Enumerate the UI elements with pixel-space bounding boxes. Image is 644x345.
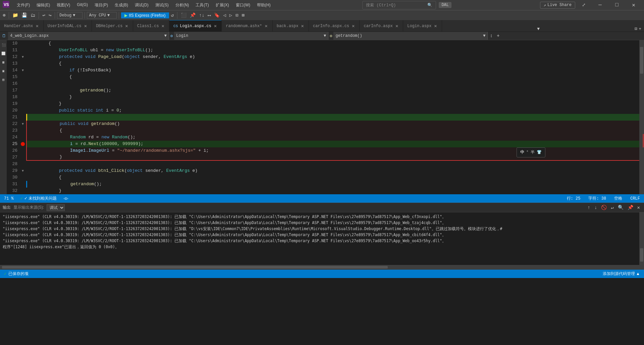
activity-3[interactable]: ▦ <box>1 59 6 66</box>
output-filter[interactable]: 🔍 <box>616 204 625 211</box>
toolbar-btn-7[interactable]: ▷ <box>228 12 233 19</box>
zoom-level[interactable]: 71 % <box>3 196 15 201</box>
collapse-arrow-29[interactable]: ▼ <box>22 169 24 173</box>
toolbar-btn-8[interactable]: ⊡ <box>234 12 239 19</box>
menu-git[interactable]: Git(G) <box>73 1 91 9</box>
collapse-arrow-12[interactable]: ▼ <box>22 55 24 59</box>
tab-login-aspx-cs-close[interactable]: ✕ <box>213 23 217 29</box>
toolbar-undo[interactable]: ↩ <box>41 12 46 19</box>
scrollbar-thumb[interactable] <box>640 47 643 74</box>
code-content[interactable]: { UserInfoBLL ubl = new UserInfoBLL(); p… <box>26 40 639 194</box>
toolbar-btn-3[interactable]: ↑↓ <box>198 12 206 19</box>
tab-login-aspx-cs[interactable]: CS Login.aspx.cs ✕ <box>169 20 222 31</box>
nav-method-dropdown[interactable]: getrandom() ▼ <box>333 32 488 40</box>
menu-help[interactable]: 帮助(H) <box>254 1 274 9</box>
tab-class1-close[interactable]: ✕ <box>161 23 165 29</box>
nav-add-icon[interactable]: + <box>495 32 501 40</box>
tab-randomnum[interactable]: randomnum.ashx* ✕ <box>222 20 272 31</box>
menu-build[interactable]: 生成(B) <box>111 1 131 9</box>
search-box[interactable]: 搜索 (Ctrl+Q) 🔍 <box>362 1 436 9</box>
toolbar-save[interactable]: 💾 <box>20 12 29 19</box>
toolbar-btn-2[interactable]: 📌 <box>189 12 197 19</box>
toolbar-btn-1[interactable]: ⬛ <box>179 12 188 19</box>
breakpoint-25[interactable] <box>21 142 25 146</box>
tab-overflow-button[interactable]: ▼ <box>534 26 542 31</box>
platform-dropdown[interactable]: Any CPU ▼ <box>87 12 117 19</box>
restart-button[interactable]: ↺ <box>170 12 175 19</box>
restore-button[interactable]: □ <box>609 0 625 10</box>
nav-file-dropdown[interactable]: 4_web_Login.aspx ▼ <box>8 32 169 40</box>
output-source-select[interactable]: 调试 <box>47 204 65 211</box>
nav-sync-icon[interactable]: ↕ <box>488 32 494 40</box>
minimize-button[interactable]: — <box>592 0 608 10</box>
tab-more-icon[interactable]: + <box>639 26 641 31</box>
menu-edit[interactable]: 编辑(E) <box>33 1 53 9</box>
toolbar-new[interactable]: ⊕ <box>1 12 7 19</box>
tab-randomnum-close[interactable]: ✕ <box>264 23 268 29</box>
tab-split-icon[interactable]: ⊡ <box>635 26 637 31</box>
line-ending[interactable]: CRLF <box>629 196 641 201</box>
toolbar-btn-5[interactable]: 🔖 <box>213 12 221 19</box>
tab-userinfodal[interactable]: UserInfoDAL.cs ✕ <box>44 20 92 31</box>
output-scroll-up[interactable]: ↑ <box>586 204 591 211</box>
output-hscrollbar[interactable] <box>0 265 644 270</box>
toolbar-redo[interactable]: ↪ <box>47 12 53 19</box>
menu-tools[interactable]: 工具(T) <box>192 1 212 9</box>
row-col[interactable]: 行: 25 <box>566 196 582 201</box>
output-close[interactable]: ✕ <box>636 204 641 211</box>
tab-dbhelper-close[interactable]: ✕ <box>124 23 128 29</box>
toolbar-btn-6[interactable]: ◁ <box>222 12 227 19</box>
output-content[interactable]: "iisexpress.exe" (CLR v4.0.30319: /LM/W3… <box>0 212 639 265</box>
collapse-arrow-14[interactable]: ▼ <box>22 69 24 72</box>
output-scrollbar[interactable] <box>639 212 644 265</box>
expand-icon[interactable]: ⤢ <box>579 2 588 8</box>
code-area[interactable]: 10 11 12 13 14 15 16 17 18 19 20 21 22 2… <box>7 40 644 194</box>
tab-back-close[interactable]: ✕ <box>301 23 305 29</box>
toolbar-open[interactable]: 📁 <box>11 12 19 19</box>
tab-login-aspx[interactable]: Login.aspx ✕ <box>403 20 442 31</box>
activity-4[interactable]: ▣ <box>1 68 6 74</box>
nav-arrows[interactable]: ◁▷ <box>62 196 69 201</box>
output-pin[interactable]: 📌 <box>626 204 635 211</box>
menu-extensions[interactable]: 扩展(X) <box>212 1 232 9</box>
error-status[interactable]: ✓ ✓ 未找到相关问题 <box>19 196 58 201</box>
menu-file[interactable]: 文件(F) <box>13 1 33 9</box>
output-hscrollbar-thumb[interactable] <box>2 266 388 269</box>
tab-handler[interactable]: Handler.ashx ✕ <box>0 20 44 31</box>
run-button[interactable]: ▶ IIS Express (Firefox) <box>121 12 169 18</box>
tab-back[interactable]: back.aspx ✕ <box>273 20 309 31</box>
menu-debug[interactable]: 调试(D) <box>131 1 152 9</box>
live-share-button[interactable]: ↗ Live Share <box>540 2 575 9</box>
indent-mode[interactable]: 空格 <box>613 196 624 201</box>
collapse-arrow-22[interactable]: ▼ <box>22 122 24 126</box>
menu-window[interactable]: 窗口(W) <box>232 1 254 9</box>
tab-login-aspx-close[interactable]: ✕ <box>433 23 437 29</box>
output-wrap[interactable]: ↵ <box>609 204 615 211</box>
toolbar-btn-9[interactable]: ⊞ <box>240 12 246 19</box>
nav-class-dropdown[interactable]: Login ▼ <box>174 32 328 40</box>
activity-5[interactable]: ▤ <box>1 76 6 83</box>
menu-view[interactable]: 视图(V) <box>53 1 73 9</box>
tab-handler-close[interactable]: ✕ <box>35 23 39 29</box>
tab-class1[interactable]: Class1.cs ✕ <box>133 20 169 31</box>
tab-carinfo-cs-close[interactable]: ✕ <box>351 23 355 29</box>
tab-carinfo-cs[interactable]: carInfo.aspx.cs ✕ <box>309 20 360 31</box>
menu-analyze[interactable]: 分析(N) <box>172 1 193 9</box>
output-scrollbar-thumb[interactable] <box>640 248 643 262</box>
tab-userinfodal-close[interactable]: ✕ <box>84 23 88 29</box>
output-scroll-down[interactable]: ↓ <box>593 204 598 211</box>
char-count[interactable]: 字符: 38 <box>587 196 607 201</box>
editor-scrollbar[interactable] <box>639 40 644 194</box>
menu-project[interactable]: 项目(P) <box>91 1 111 9</box>
toolbar-btn-4[interactable]: ⟷ <box>207 12 212 19</box>
debug-mode-dropdown[interactable]: Debug ▼ <box>57 12 82 19</box>
source-control-status[interactable]: 添加到源代码管理 ▲ <box>603 271 640 277</box>
menu-test[interactable]: 测试(S) <box>152 1 172 9</box>
activity-2[interactable]: ⬜ <box>0 50 7 57</box>
toolbar-save-all[interactable]: 🗂 <box>29 12 37 19</box>
close-button[interactable]: ✕ <box>626 0 641 10</box>
output-clear[interactable]: 🚫 <box>600 204 608 211</box>
activity-explorer[interactable]: ⬛ <box>2 42 5 48</box>
tab-dbhelper[interactable]: DBHelper.cs ✕ <box>92 20 133 31</box>
tab-carinfo[interactable]: carInfo.aspx ✕ <box>360 20 403 31</box>
